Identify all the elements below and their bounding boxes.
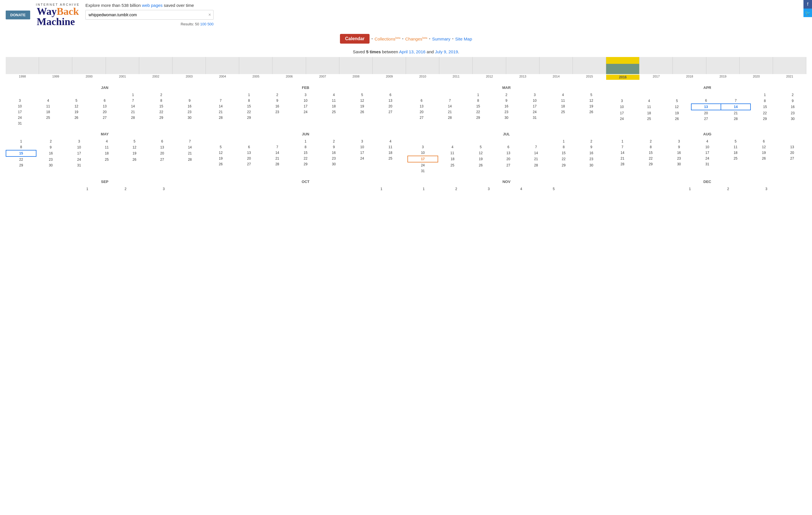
year-label-2017[interactable]: 2017 [639,75,673,80]
calendar-day[interactable]: 14 [207,104,235,109]
calendar-day[interactable]: 18 [549,104,577,109]
calendar-day[interactable]: 1 [68,186,106,192]
calendar-day[interactable]: 31 [6,120,34,126]
timeline-year-2011[interactable] [439,57,473,74]
calendar-day[interactable]: 11 [376,144,405,150]
calendar-day[interactable]: 5 [577,92,605,98]
calendar-day[interactable]: 26 [207,161,235,167]
year-label-2007[interactable]: 2007 [306,75,339,80]
year-label-2009[interactable]: 2009 [373,75,406,80]
calendar-day[interactable]: 17 [608,110,636,116]
summary-link[interactable]: Summary [432,36,451,41]
calendar-day[interactable]: 7 [176,138,204,144]
calendar-day[interactable]: 23 [36,157,65,162]
calendar-day[interactable]: 30 [665,161,693,167]
calendar-day[interactable]: 1 [292,138,320,144]
year-label-2015[interactable]: 2015 [573,75,606,80]
year-label-2014[interactable]: 2014 [540,75,573,80]
clear-button[interactable]: × [206,12,213,18]
calendar-day[interactable]: 20 [90,109,119,115]
calendar-day[interactable]: 16 [175,104,204,109]
calendar-day[interactable]: 20 [778,150,806,156]
calendar-day[interactable]: 30 [320,161,348,167]
donate-button[interactable]: DONATE [6,10,30,19]
calendar-day[interactable]: 24 [520,109,549,115]
year-label-2001[interactable]: 2001 [106,75,139,80]
calendar-day[interactable]: 6 [235,144,263,150]
calendar-day[interactable]: 2 [577,138,605,144]
calendar-day[interactable]: 28 [721,116,751,122]
calendar-day[interactable]: 30 [779,116,806,122]
calendar-day[interactable]: 1 [751,92,779,98]
calendar-day[interactable]: 29 [6,162,36,168]
calendar-day[interactable]: 25 [438,162,467,168]
calendar-day[interactable]: 6 [495,144,522,150]
calendar-day[interactable]: 31 [408,168,438,174]
calendar-day[interactable]: 21 [119,109,147,115]
calendar-day[interactable]: 17 [520,104,549,109]
calendar-day[interactable]: 12 [348,98,376,104]
timeline-year-2020[interactable] [740,57,773,74]
year-label-2004[interactable]: 2004 [206,75,239,80]
year-label-2002[interactable]: 2002 [139,75,173,80]
calendar-day[interactable]: 19 [207,156,235,161]
calendar-day[interactable]: 16 [665,150,693,156]
calendar-day[interactable]: 9 [320,144,348,150]
calendar-day[interactable]: 15 [464,104,492,109]
year-label-1998[interactable]: 1998 [6,75,39,80]
calendar-day[interactable]: 11 [722,144,750,150]
calendar-day[interactable]: 10 [693,144,722,150]
calendar-day[interactable]: 22 [6,157,36,162]
calendar-day[interactable]: 23 [320,156,348,161]
calendar-day[interactable]: 1 [550,138,577,144]
calendar-day[interactable]: 26 [467,162,495,168]
calendar-day[interactable]: 18 [438,156,467,162]
timeline-year-2007[interactable] [306,57,339,74]
tagline-link[interactable]: web pages [142,3,163,8]
calendar-day[interactable]: 8 [637,144,665,150]
calendar-day[interactable]: 26 [62,115,90,120]
calendar-day[interactable]: 22 [147,109,175,115]
calendar-day[interactable]: 17 [693,150,722,156]
calendar-day[interactable]: 4 [438,144,467,150]
calendar-day[interactable]: 27 [148,157,176,162]
calendar-day[interactable]: 19 [577,104,605,109]
calendar-day[interactable]: 28 [207,115,235,120]
timeline-year-2000[interactable] [72,57,106,74]
calendar-day[interactable]: 18 [376,150,405,156]
calendar-day[interactable]: 2 [779,92,806,98]
calendar-day[interactable]: 8 [292,144,320,150]
calendar-day[interactable]: 23 [492,109,520,115]
year-label-2016[interactable]: 2016 [606,75,639,80]
calendar-day[interactable]: 12 [62,104,90,109]
calendar-day[interactable]: 16 [320,150,348,156]
collections-link[interactable]: Collectionsbeta [374,36,400,41]
calendar-day[interactable]: 27 [778,156,806,161]
year-label-2000[interactable]: 2000 [72,75,106,80]
calendar-day[interactable]: 26 [348,109,376,115]
calendar-day[interactable]: 8 [751,98,779,104]
calendar-day[interactable]: 22 [464,109,492,115]
calendar-day[interactable]: 29 [637,161,665,167]
calendar-day[interactable]: 3 [145,186,183,192]
calendar-day[interactable]: 6 [148,138,176,144]
calendar-day[interactable]: 29 [550,162,577,168]
year-label-2006[interactable]: 2006 [272,75,306,80]
calendar-day[interactable]: 9 [175,98,204,104]
calendar-day[interactable]: 29 [235,115,263,120]
timeline-year-2005[interactable] [239,57,272,74]
calendar-day[interactable]: 20 [407,109,436,115]
calendar-day[interactable]: 19 [62,109,90,115]
calendar-day[interactable]: 30 [36,162,65,168]
calendar-day[interactable]: 5 [121,138,148,144]
calendar-day[interactable]: 10 [520,98,549,104]
calendar-day[interactable]: 1 [358,186,405,192]
timeline-year-2014[interactable] [540,57,573,74]
calendar-day[interactable]: 29 [464,115,492,120]
calendar-day[interactable]: 7 [608,144,637,150]
calendar-day[interactable]: 30 [492,115,520,120]
calendar-day[interactable]: 10 [348,144,376,150]
calendar-day[interactable]: 13 [495,150,522,156]
calendar-day[interactable]: 18 [722,150,750,156]
calendar-day[interactable]: 13 [148,144,176,150]
